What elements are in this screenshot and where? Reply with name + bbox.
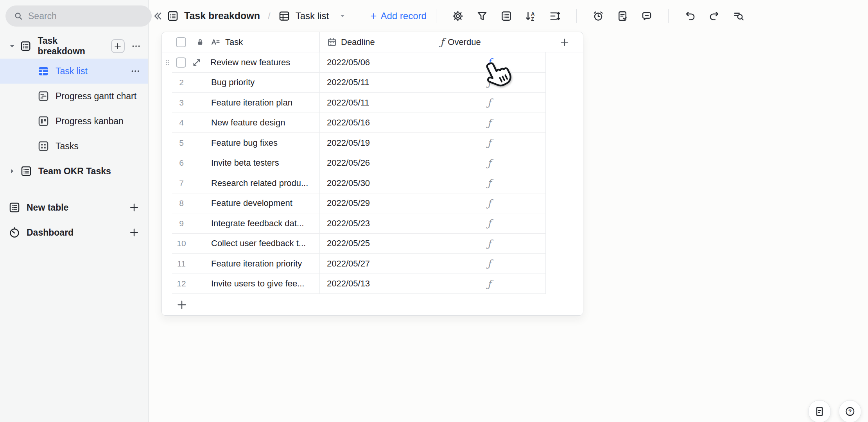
table-row[interactable]: 1 Review new features 2022/05/06 ƒ — [162, 52, 583, 73]
undo-button[interactable] — [681, 7, 699, 25]
toolbar-divider — [576, 9, 577, 23]
row-checkbox[interactable] — [176, 57, 186, 68]
table-row[interactable]: 5 Feature bug fixes 2022/05/19 ƒ — [162, 133, 583, 153]
deadline-cell[interactable]: 2022/05/27 — [319, 254, 433, 274]
sidebar-item-tasks[interactable]: Tasks — [0, 134, 148, 159]
table-search-button[interactable] — [730, 7, 748, 25]
deadline-cell[interactable]: 2022/05/29 — [319, 193, 433, 214]
add-row-button[interactable] — [176, 299, 188, 311]
group-button[interactable] — [497, 7, 515, 25]
sidebar-item-new-table[interactable]: New table — [0, 195, 148, 220]
overdue-cell[interactable]: ƒ — [433, 173, 546, 193]
task-cell[interactable]: New feature design — [211, 118, 285, 128]
docs-fab-button[interactable] — [808, 400, 831, 422]
table-row[interactable]: 11 Feature iteration priority 2022/05/27… — [162, 254, 583, 274]
caret-right-icon[interactable] — [7, 167, 17, 175]
table-row[interactable]: 4 New feature design 2022/05/16 ƒ — [162, 113, 583, 133]
drag-handle-icon[interactable] — [164, 57, 171, 68]
deadline-cell[interactable]: 2022/05/23 — [319, 213, 433, 234]
add-record-button[interactable]: + Add record — [370, 10, 427, 22]
table-header-row: Task Deadline ƒ Overdue — [162, 32, 583, 52]
formula-value: ƒ — [488, 117, 491, 129]
task-cell[interactable]: Feature iteration priority — [211, 259, 302, 269]
comment-button[interactable] — [638, 7, 656, 25]
deadline-cell[interactable]: 2022/05/13 — [319, 274, 433, 294]
task-cell[interactable]: Feature iteration plan — [211, 98, 292, 108]
overdue-cell[interactable]: ƒ — [433, 254, 546, 274]
sidebar-item-progress-gantt-chart[interactable]: Progress gantt chart — [0, 84, 148, 109]
table-row[interactable]: 7 Research related produ... 2022/05/30 ƒ — [162, 173, 583, 193]
table-search-icon — [733, 10, 744, 22]
table-row[interactable]: 12 Invite users to give fee... 2022/05/1… — [162, 274, 583, 294]
overdue-cell[interactable]: ƒ — [433, 113, 546, 133]
table-row[interactable]: 6 Invite beta testers 2022/05/26 ƒ — [162, 153, 583, 173]
help-fab-button[interactable] — [839, 400, 861, 422]
task-cell[interactable]: Feature development — [211, 198, 292, 208]
table-row[interactable]: 9 Integrate feedback dat... 2022/05/23 ƒ — [162, 213, 583, 234]
overdue-cell[interactable]: ƒ — [433, 193, 546, 214]
search-input[interactable] — [28, 11, 144, 21]
row-number: 8 — [162, 198, 201, 208]
task-cell[interactable]: Bug priority — [211, 77, 255, 88]
row-number: 2 — [162, 78, 201, 87]
select-all-checkbox[interactable] — [176, 37, 186, 47]
table-row[interactable]: 2 Bug priority 2022/05/11 ƒ — [162, 73, 583, 93]
sidebar-item-dashboard[interactable]: Dashboard — [0, 220, 148, 245]
deadline-cell[interactable]: 2022/05/11 — [319, 93, 433, 113]
deadline-cell[interactable]: 2022/05/06 — [319, 52, 433, 73]
base-more-button[interactable] — [131, 41, 141, 51]
task-cell[interactable]: Integrate feedback dat... — [211, 218, 304, 229]
overdue-cell[interactable]: ƒ — [433, 133, 546, 153]
overdue-cell[interactable]: ƒ — [433, 274, 546, 294]
overdue-cell[interactable]: ƒ — [433, 73, 546, 93]
overdue-cell[interactable]: ƒ — [433, 213, 546, 234]
overdue-cell[interactable]: ƒ — [433, 93, 546, 113]
overdue-cell[interactable]: ƒ — [433, 52, 546, 73]
row-number: 5 — [162, 138, 201, 148]
column-header-overdue[interactable]: ƒ Overdue — [433, 32, 546, 52]
form-button[interactable] — [613, 7, 631, 25]
deadline-cell[interactable]: 2022/05/30 — [319, 173, 433, 193]
deadline-cell[interactable]: 2022/05/11 — [319, 73, 433, 93]
overdue-cell[interactable]: ƒ — [433, 153, 546, 173]
view-more-button[interactable] — [130, 66, 140, 76]
breadcrumb-base[interactable]: Task breakdown — [184, 10, 260, 21]
add-field-button[interactable] — [546, 32, 583, 52]
column-header-deadline[interactable]: Deadline — [319, 32, 433, 52]
view-switcher[interactable]: Task list — [278, 10, 346, 22]
add-dashboard-button[interactable] — [129, 227, 140, 238]
task-cell[interactable]: Invite beta testers — [211, 158, 279, 168]
deadline-cell[interactable]: 2022/05/16 — [319, 113, 433, 133]
sidebar-item-task-list[interactable]: Task list — [0, 59, 148, 84]
task-cell[interactable]: Research related produ... — [211, 178, 308, 188]
row-height-button[interactable] — [546, 7, 564, 25]
table-row[interactable]: 3 Feature iteration plan 2022/05/11 ƒ — [162, 93, 583, 113]
deadline-cell[interactable]: 2022/05/25 — [319, 234, 433, 254]
deadline-cell[interactable]: 2022/05/19 — [319, 133, 433, 153]
table-row[interactable]: 10 Collect user feedback t... 2022/05/25… — [162, 234, 583, 254]
table-row[interactable]: 8 Feature development 2022/05/29 ƒ — [162, 193, 583, 214]
redo-button[interactable] — [705, 7, 723, 25]
deadline-cell[interactable]: 2022/05/26 — [319, 153, 433, 173]
add-view-button[interactable] — [111, 39, 125, 53]
task-cell[interactable]: Invite users to give fee... — [211, 279, 304, 289]
column-header-task[interactable]: Task — [225, 37, 243, 47]
alarm-button[interactable] — [589, 7, 607, 25]
task-cell[interactable]: Review new features — [210, 57, 290, 68]
search-box[interactable] — [5, 5, 152, 27]
caret-down-icon[interactable] — [7, 42, 17, 50]
overdue-cell[interactable]: ƒ — [433, 234, 546, 254]
sidebar-item-task-breakdown[interactable]: Task breakdown — [0, 34, 148, 59]
chevron-down-icon — [339, 13, 346, 20]
task-cell[interactable]: Feature bug fixes — [211, 138, 278, 148]
filter-button[interactable] — [473, 7, 491, 25]
formula-value: ƒ — [488, 137, 491, 148]
sidebar-item-team-okr-tasks[interactable]: Team OKR Tasks — [0, 159, 148, 184]
sort-button[interactable] — [522, 7, 540, 25]
sidebar-item-progress-kanban[interactable]: Progress kanban — [0, 109, 148, 134]
task-cell[interactable]: Collect user feedback t... — [211, 238, 306, 249]
settings-button[interactable] — [449, 7, 467, 25]
formula-value: ƒ — [488, 198, 491, 209]
expand-record-icon[interactable] — [192, 57, 202, 68]
add-table-button[interactable] — [129, 202, 140, 213]
